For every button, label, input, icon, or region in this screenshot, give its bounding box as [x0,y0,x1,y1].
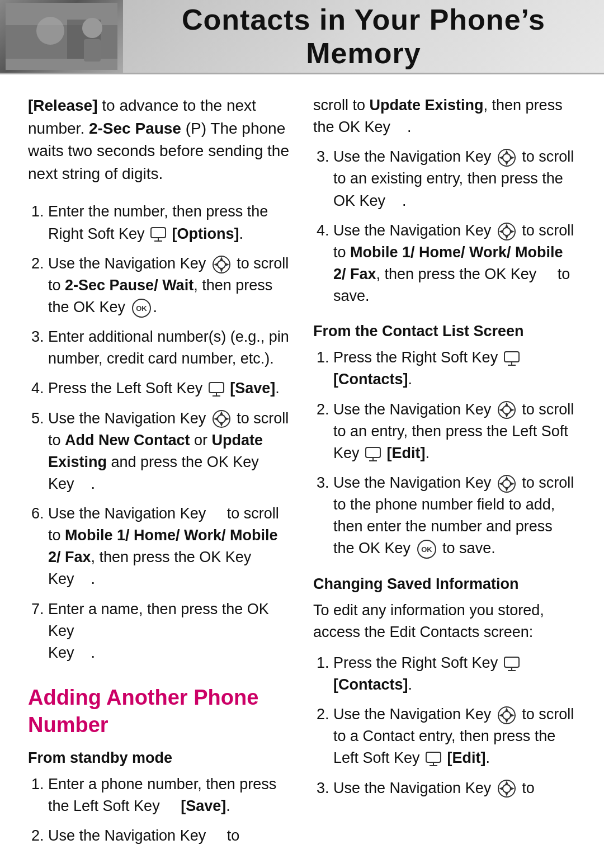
page-title: Contacts in Your Phone’s Memory [123,3,604,70]
svg-text:OK: OK [421,545,432,554]
header-title-bar: Contacts in Your Phone’s Memory [123,0,604,73]
svg-rect-5 [84,39,101,62]
list-item-5: Use the Navigation Key to scroll to Add … [48,408,291,496]
list-item-7: Enter a name, then press the OK Key Key … [48,598,291,664]
intro-paragraph: [Release] to advance to the next number.… [28,95,291,185]
right-soft-key-icon-cl1 [503,351,520,366]
standby-list-continued: Use the Navigation Key to scroll to an e… [313,146,576,307]
from-standby-heading: From standby mode [28,749,291,767]
page-header: Contacts in Your Phone’s Memory [0,0,604,73]
nav-key-icon-cl2 [497,400,516,419]
standby-list: Enter a phone number, then press the Lef… [28,773,291,847]
svg-rect-38 [504,352,519,362]
main-list: Enter the number, then press the Right S… [28,201,291,664]
svg-point-51 [503,480,511,488]
list-item-4: Press the Left Soft Key [Save]. [48,378,291,399]
svg-point-27 [503,154,511,162]
contact-list-screen-heading: From the Contact List Screen [313,323,576,340]
main-content: [Release] to advance to the next number.… [0,74,604,868]
standby-list-item-2: Use the Navigation Key to [48,825,291,847]
list-item-1: Enter the number, then press the Right S… [48,201,291,244]
standby-continued-text: scroll to Update Existing, then press th… [313,95,576,138]
nav-key-icon-r3 [497,148,516,167]
ok-key-icon-cl3: OK [417,539,437,559]
standby-list-item-3: Use the Navigation Key to scroll to an e… [333,146,576,211]
svg-text:OK: OK [136,304,147,313]
right-column: scroll to Update Existing, then press th… [313,95,576,858]
svg-point-10 [218,261,225,268]
svg-point-2 [36,17,64,45]
right-soft-key-icon-cs1 [503,656,520,672]
svg-point-33 [503,228,511,235]
changing-saved-intro: To edit any information you stored, acce… [313,600,576,643]
svg-rect-58 [504,657,519,667]
list-item-3: Enter additional number(s) (e.g., pin nu… [48,326,291,370]
changing-saved-item-1: Press the Right Soft Key [Contacts]. [333,652,576,696]
nav-key-icon-cs2 [497,706,516,725]
2sec-pause-bold: 2-Sec Pause [89,120,181,137]
contact-list-item-1: Press the Right Soft Key [Contacts]. [333,347,576,390]
header-image [0,0,123,73]
svg-point-42 [503,406,511,414]
left-column: [Release] to advance to the next number.… [28,95,291,858]
nav-key-icon-r4 [497,222,516,241]
left-soft-key-icon-cs2 [425,751,442,767]
svg-point-62 [503,711,511,719]
release-bold: [Release] [28,97,98,114]
list-item-2: Use the Navigation Key to scroll to 2-Se… [48,253,291,318]
svg-rect-67 [426,752,441,762]
svg-point-4 [82,18,102,38]
right-soft-key-icon [150,227,167,242]
nav-key-icon-cs3 [497,779,516,798]
svg-point-21 [218,415,225,423]
nav-key-icon-5 [212,409,231,428]
svg-rect-17 [209,383,224,393]
left-soft-key-icon-4 [208,381,225,397]
changing-saved-heading: Changing Saved Information [313,575,576,593]
standby-list-item-4: Use the Navigation Key to scroll to Mobi… [333,220,576,308]
columns-layout: [Release] to advance to the next number.… [28,95,576,858]
ok-key-icon-2: OK [131,298,152,318]
changing-saved-item-3: Use the Navigation Key to [333,777,576,799]
contact-list-item-3: Use the Navigation Key to scroll to the … [333,472,576,560]
adding-another-section-heading: Adding Another PhoneNumber [28,684,291,739]
changing-saved-item-2: Use the Navigation Key to scroll to a Co… [333,704,576,769]
svg-rect-6 [151,228,166,238]
changing-saved-list: Press the Right Soft Key [Contacts]. Use… [313,652,576,799]
nav-key-icon-cl3 [497,474,516,493]
contact-list-ol: Press the Right Soft Key [Contacts]. Use… [313,347,576,559]
left-soft-key-icon-cl2 [365,446,381,462]
list-item-6: Use the Navigation Key to scroll to Mobi… [48,503,291,591]
standby-list-item-1: Enter a phone number, then press the Lef… [48,773,291,817]
svg-rect-47 [366,447,380,457]
contact-list-item-2: Use the Navigation Key to scroll to an e… [333,399,576,464]
nav-key-icon-2 [212,255,231,274]
svg-point-71 [503,785,511,792]
